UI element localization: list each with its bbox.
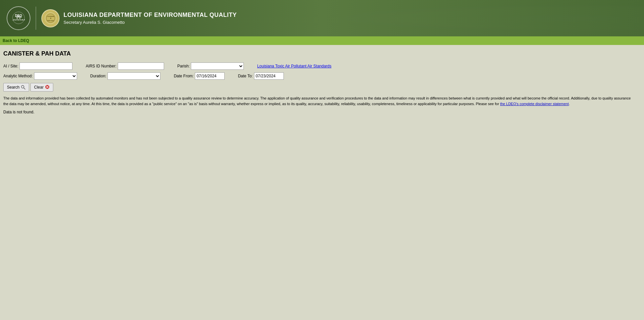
ai-site-label: AI / Site: (3, 64, 18, 68)
header-divider (36, 7, 36, 30)
disclaimer-text: The data and information provided has be… (3, 96, 632, 106)
analytic-method-select[interactable] (34, 72, 77, 80)
svg-text:LOUISIANA: LOUISIANA (12, 19, 25, 21)
header-text: LOUISIANA DEPARTMENT OF ENVIRONMENTAL QU… (64, 12, 237, 25)
ai-site-input[interactable] (20, 62, 72, 70)
svg-line-12 (24, 88, 25, 90)
external-link-field: Louisiana Toxic Air Pollutant Air Standa… (257, 64, 331, 68)
duration-field: Duration: (90, 72, 161, 80)
page-header: DEQ LOUISIANA LOUISIANA ⚜ STATE SEAL LOU… (0, 0, 644, 36)
parish-select[interactable] (191, 62, 244, 70)
deq-logo: DEQ LOUISIANA (7, 6, 30, 30)
airs-id-label: AIRS ID Number: (86, 64, 116, 68)
form-row-2: Analytic Method: Duration: Date From: 07… (3, 72, 641, 80)
main-content: CANISTER & PAH DATA AI / Site: AIRS ID N… (0, 45, 644, 120)
deq-logo-icon: DEQ LOUISIANA (12, 12, 25, 24)
search-button[interactable]: Search (3, 83, 29, 92)
date-to-label: Date To: (238, 74, 252, 78)
duration-label: Duration: (90, 74, 107, 78)
airs-id-input[interactable] (118, 62, 164, 70)
clear-button[interactable]: Clear (30, 83, 53, 92)
back-bar: Back to LDEQ (0, 36, 644, 45)
secretary-name: Secretary Aurelia S. Giacometto (64, 20, 237, 25)
date-from-input[interactable]: 07/16/2024 (195, 72, 225, 80)
parish-field: Parish: (177, 62, 244, 70)
date-to-field: Date To: 07/23/2024 (238, 72, 283, 80)
airs-id-field: AIRS ID Number: (86, 62, 164, 70)
clear-icon (45, 85, 50, 90)
parish-label: Parish: (177, 64, 190, 68)
department-name: LOUISIANA DEPARTMENT OF ENVIRONMENTAL QU… (64, 12, 237, 19)
back-to-ldeq-link[interactable]: Back to LDEQ (3, 38, 29, 43)
search-icon (21, 85, 25, 90)
date-from-field: Date From: 07/16/2024 (174, 72, 225, 80)
ai-site-field: AI / Site: (3, 62, 72, 70)
analytic-method-field: Analytic Method: (3, 72, 77, 80)
disclaimer-link[interactable]: the LDEQ's complete disclaimer statement (500, 102, 569, 106)
analytic-method-label: Analytic Method: (3, 74, 33, 78)
state-seal: LOUISIANA ⚜ STATE SEAL (41, 9, 60, 27)
form-row-1: AI / Site: AIRS ID Number: Parish: Louis… (3, 62, 641, 70)
page-title: CANISTER & PAH DATA (3, 50, 641, 57)
data-not-found-message: Data is not found. (3, 110, 641, 114)
date-from-label: Date From: (174, 74, 193, 78)
search-button-label: Search (7, 85, 20, 90)
buttons-row: Search Clear (3, 83, 641, 92)
toxic-air-link[interactable]: Louisiana Toxic Air Pollutant Air Standa… (257, 64, 331, 68)
svg-text:STATE SEAL: STATE SEAL (47, 20, 54, 21)
clear-button-label: Clear (34, 85, 44, 90)
disclaimer-end: . (569, 102, 570, 106)
duration-select[interactable] (107, 72, 160, 80)
date-to-input[interactable]: 07/23/2024 (254, 72, 284, 80)
seal-icon: LOUISIANA ⚜ STATE SEAL (45, 12, 57, 24)
